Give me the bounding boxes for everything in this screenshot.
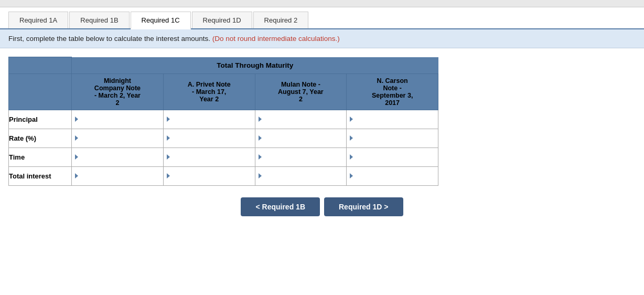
- input-time-mulan-field[interactable]: [255, 148, 347, 166]
- navigation-buttons: < Required 1B Required 1D >: [0, 192, 644, 225]
- input-time-ncarson[interactable]: [347, 148, 438, 166]
- input-totalint-midnight-field[interactable]: [72, 167, 163, 185]
- corner-cell: [9, 57, 72, 74]
- input-principal-midnight-field[interactable]: [72, 110, 163, 128]
- input-rate-ncarson[interactable]: [347, 129, 438, 148]
- input-totalint-ncarson-field[interactable]: [347, 167, 438, 185]
- tab-required-1c[interactable]: Required 1C: [131, 12, 191, 29]
- tab-required-1a[interactable]: Required 1A: [8, 12, 68, 28]
- tab-required-2[interactable]: Required 2: [253, 12, 309, 28]
- row-label-rate: Rate (%): [9, 129, 72, 148]
- input-rate-privet-field[interactable]: [164, 129, 255, 147]
- prev-button[interactable]: < Required 1B: [241, 197, 320, 216]
- input-totalint-privet[interactable]: [163, 166, 255, 185]
- input-time-midnight[interactable]: [72, 148, 164, 166]
- input-principal-midnight[interactable]: [72, 110, 164, 129]
- input-time-privet[interactable]: [163, 148, 255, 166]
- scrollbar[interactable]: [0, 0, 644, 7]
- input-rate-privet[interactable]: [163, 129, 255, 148]
- col-header-ncarson: N. CarsonNote -September 3,2017: [347, 73, 438, 110]
- instruction-text: First, complete the table below to calcu…: [8, 35, 210, 43]
- input-totalint-mulan-field[interactable]: [255, 167, 347, 185]
- tab-required-1b[interactable]: Required 1B: [69, 12, 129, 28]
- tab-required-1d[interactable]: Required 1D: [192, 12, 252, 28]
- input-rate-midnight-field[interactable]: [72, 129, 163, 147]
- instruction-bar: First, complete the table below to calcu…: [0, 29, 644, 48]
- input-totalint-midnight[interactable]: [72, 166, 164, 185]
- input-totalint-ncarson[interactable]: [347, 166, 438, 185]
- input-rate-midnight[interactable]: [72, 129, 164, 148]
- input-rate-ncarson-field[interactable]: [347, 129, 438, 147]
- input-principal-privet-field[interactable]: [164, 110, 255, 128]
- input-rate-mulan[interactable]: [255, 129, 347, 148]
- input-totalint-privet-field[interactable]: [164, 167, 255, 185]
- col-header-mulan: Mulan Note -August 7, Year2: [255, 73, 347, 110]
- interest-table: Total Through Maturity MidnightCompany N…: [8, 57, 438, 186]
- row-label-time: Time: [9, 148, 72, 166]
- input-totalint-mulan[interactable]: [255, 166, 347, 185]
- col-header-midnight: MidnightCompany Note- March 2, Year2: [72, 73, 164, 110]
- tabs-container: Required 1A Required 1B Required 1C Requ…: [0, 7, 644, 29]
- row-label-principal: Principal: [9, 110, 72, 129]
- input-rate-mulan-field[interactable]: [255, 129, 347, 147]
- spanning-header: Total Through Maturity: [72, 57, 438, 74]
- next-button[interactable]: Required 1D >: [324, 197, 403, 216]
- input-principal-mulan[interactable]: [255, 110, 347, 129]
- instruction-warning: (Do not round intermediate calculations.…: [212, 35, 340, 43]
- input-principal-ncarson-field[interactable]: [347, 110, 438, 128]
- input-principal-ncarson[interactable]: [347, 110, 438, 129]
- row-principal: Principal: [9, 110, 438, 129]
- input-time-ncarson-field[interactable]: [347, 148, 438, 166]
- table-wrapper: Total Through Maturity MidnightCompany N…: [0, 48, 644, 192]
- input-time-mulan[interactable]: [255, 148, 347, 166]
- row-time: Time: [9, 148, 438, 166]
- row-total-interest: Total interest: [9, 166, 438, 185]
- row-label-total-interest: Total interest: [9, 166, 72, 185]
- input-time-privet-field[interactable]: [164, 148, 255, 166]
- col-header-privet: A. Privet Note- March 17,Year 2: [163, 73, 255, 110]
- input-principal-mulan-field[interactable]: [255, 110, 347, 128]
- input-principal-privet[interactable]: [163, 110, 255, 129]
- input-time-midnight-field[interactable]: [72, 148, 163, 166]
- row-rate: Rate (%): [9, 129, 438, 148]
- sub-corner: [9, 73, 72, 110]
